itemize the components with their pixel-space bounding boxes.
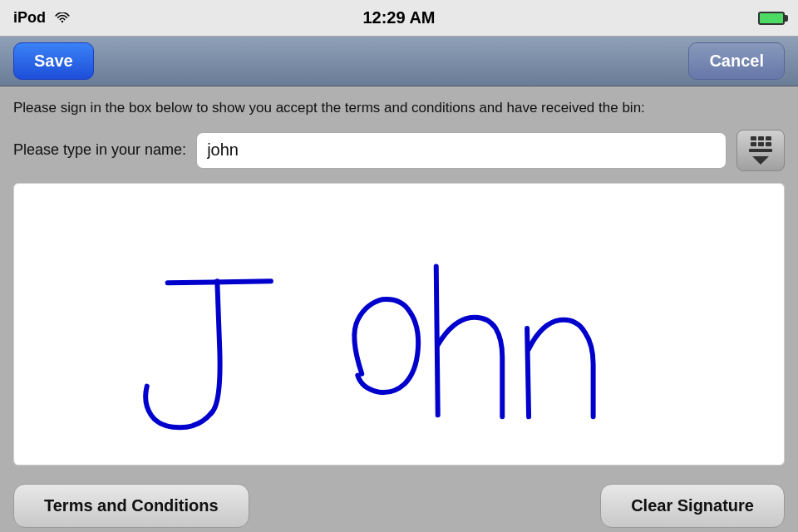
keyboard-icon xyxy=(751,136,771,146)
svg-point-0 xyxy=(62,20,63,22)
status-left: iPod xyxy=(13,9,71,27)
spacebar-icon xyxy=(749,149,772,152)
name-row: Please type in your name: xyxy=(13,130,785,171)
name-input[interactable] xyxy=(196,132,727,169)
battery-icon xyxy=(758,12,785,25)
bottom-bar: Terms and Conditions Clear Signature xyxy=(0,474,798,532)
save-button[interactable]: Save xyxy=(13,42,94,80)
status-time: 12:29 AM xyxy=(362,8,435,27)
device-name: iPod xyxy=(13,9,46,27)
wifi-icon xyxy=(54,12,71,24)
toolbar: Save Cancel xyxy=(0,37,798,86)
cancel-button[interactable]: Cancel xyxy=(688,42,785,80)
signature-drawing xyxy=(14,184,784,465)
signature-canvas[interactable] xyxy=(13,183,785,466)
instruction-text: Please sign in the box below to show you… xyxy=(13,98,785,118)
clear-signature-button[interactable]: Clear Signature xyxy=(600,484,785,528)
name-label: Please type in your name: xyxy=(13,141,186,159)
status-bar: iPod 12:29 AM xyxy=(0,0,798,37)
terms-conditions-button[interactable]: Terms and Conditions xyxy=(13,484,249,528)
chevron-down-icon xyxy=(752,156,769,165)
status-right xyxy=(758,12,785,25)
main-content: Please sign in the box below to show you… xyxy=(0,86,798,474)
keyboard-toggle-button[interactable] xyxy=(736,130,785,171)
